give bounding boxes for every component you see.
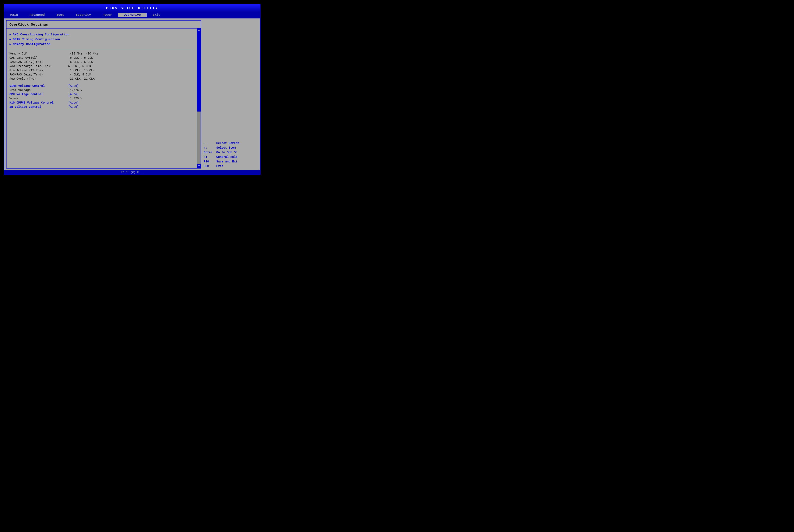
scroll-down-arrow[interactable]: ▼ (197, 164, 201, 168)
label-k10: K10 CPUNB Voltage Control (10, 101, 68, 104)
label-rasras: RAS/RAS Delay(Trrd) (10, 73, 68, 76)
menu-item-overdrive[interactable]: OverDrive (118, 13, 147, 17)
value-memclk: :400 MHz, 400 MHz (68, 52, 98, 55)
help-desc-5: Exit (216, 165, 223, 168)
help-desc-0: Select Screen (216, 141, 239, 145)
scroll-up-arrow[interactable]: ▲ (197, 28, 201, 32)
value-vcore: :1.320 V (68, 97, 82, 100)
info-row-minactive: Min Active RAS(Tras) :15 CLK, 15 CLK (10, 68, 194, 73)
help-row-4: F10 Save and Exi (204, 159, 257, 164)
label-dram: Dram Voltage (10, 89, 68, 92)
value-rowcycle: :21 CLK, 21 CLK (68, 77, 95, 80)
help-key-4: F10 (204, 160, 216, 163)
voltage-row-k10: K10 CPUNB Voltage Control [Auto] (10, 101, 194, 105)
submenu-dram[interactable]: ► DRAM Timing Configuration (10, 37, 194, 42)
label-minactive: Min Active RAS(Tras) (10, 69, 68, 72)
voltage-row-cpu: CPU Voltage Control [Auto] (10, 92, 194, 96)
label-vcore: Vcore (10, 97, 68, 100)
label-dimm: Dimm Voltage Control (10, 84, 68, 88)
help-row-0: ← Select Screen (204, 141, 257, 146)
value-dram: :1.576 V (68, 89, 82, 92)
help-row-2: Enter Go to Sub Sc (204, 150, 257, 155)
bottom-bar: 02.61 (C) C... (4, 170, 260, 175)
info-row-memclk: Memory CLK :400 MHz, 400 MHz (10, 52, 194, 56)
value-k10: [Auto] (68, 101, 79, 104)
scrollbar[interactable]: ▲ ▼ (197, 28, 201, 168)
arrow-icon-dram: ► (10, 38, 11, 41)
help-key-3: F1 (204, 155, 216, 159)
label-cas: CAS Latency(Tcl) (10, 56, 68, 59)
voltage-row-dimm: Dimm Voltage Control [Auto] (10, 84, 194, 88)
label-rascas: RAS/CAS Delay(Trcd) (10, 60, 68, 64)
panel-title: OverClock Settings (6, 21, 201, 28)
voltage-section: Dimm Voltage Control [Auto] Dram Voltage… (10, 84, 194, 109)
menu-item-power[interactable]: Power (97, 13, 118, 17)
voltage-row-dram: Dram Voltage :1.576 V (10, 88, 194, 92)
info-row-cas: CAS Latency(Tcl) :6 CLK , 6 CLK (10, 56, 194, 60)
help-row-5: ESC Exit (204, 164, 257, 169)
help-desc-4: Save and Exi (216, 160, 238, 163)
help-key-5: ESC (204, 165, 216, 168)
value-minactive: :15 CLK, 15 CLK (68, 69, 95, 72)
label-sb: SB Voltage Control (10, 105, 68, 109)
menu-item-advanced[interactable]: Advanced (24, 13, 51, 17)
info-row-rasras: RAS/RAS Delay(Trrd) :4 CLK, 4 CLK (10, 73, 194, 77)
arrow-icon-memory: ► (10, 43, 11, 46)
main-panel: OverClock Settings ► AMD Overclocking Co… (6, 20, 201, 169)
menu-bar: Main Advanced Boot Security Power OverDr… (4, 12, 260, 18)
scroll-track[interactable] (197, 32, 201, 164)
help-section: ← Select Screen ↑↓ Select Item Enter Go … (204, 141, 257, 169)
help-desc-3: General Help (216, 155, 238, 159)
scroll-thumb-gray (197, 112, 201, 164)
label-cpu: CPU Voltage Control (10, 93, 68, 96)
menu-item-boot[interactable]: Boot (51, 13, 70, 17)
title-bar: BIOS SETUP UTILITY (4, 4, 260, 12)
arrow-icon-amd: ► (10, 33, 11, 36)
bios-container: BIOS SETUP UTILITY Main Advanced Boot Se… (4, 4, 261, 175)
help-desc-2: Go to Sub Sc (216, 151, 238, 154)
value-sb: [Auto] (68, 105, 79, 109)
label-rowcycle: Row Cycle (Trc) (10, 77, 68, 80)
outer-frame: BIOS SETUP UTILITY Main Advanced Boot Se… (0, 0, 264, 177)
value-rascas: :6 CLK , 6 CLK (68, 60, 93, 64)
panel-content: ► AMD Overclocking Configuration ► DRAM … (6, 28, 201, 168)
help-row-3: F1 General Help (204, 155, 257, 159)
submenu-memory[interactable]: ► Memory Configuration (10, 42, 194, 47)
settings-list: ► AMD Overclocking Configuration ► DRAM … (6, 28, 197, 168)
value-rasras: :4 CLK, 4 CLK (68, 73, 91, 76)
voltage-row-vcore: Vcore :1.320 V (10, 96, 194, 101)
content-area: OverClock Settings ► AMD Overclocking Co… (4, 18, 260, 170)
bios-title: BIOS SETUP UTILITY (106, 6, 158, 10)
info-row-rowpre: Row Precharge Time(Trp): 6 CLK , 6 CLK (10, 64, 194, 68)
info-section: Memory CLK :400 MHz, 400 MHz CAS Latency… (10, 51, 194, 82)
bottom-text: 02.61 (C) C... (121, 171, 144, 174)
side-panel: ← Select Screen ↑↓ Select Item Enter Go … (201, 18, 260, 170)
help-key-1: ↑↓ (204, 146, 216, 149)
menu-item-security[interactable]: Security (70, 13, 97, 17)
value-cpu: [Auto] (68, 93, 79, 96)
help-row-1: ↑↓ Select Item (204, 146, 257, 150)
value-rowpre: 6 CLK , 6 CLK (68, 64, 91, 68)
scroll-thumb (197, 32, 201, 112)
divider-1 (10, 49, 194, 49)
submenu-amd[interactable]: ► AMD Overclocking Configuration (10, 32, 194, 37)
label-rowpre: Row Precharge Time(Trp): (10, 64, 68, 68)
help-key-2: Enter (204, 151, 216, 154)
value-dimm: [Auto] (68, 84, 79, 88)
voltage-row-sb: SB Voltage Control [Auto] (10, 105, 194, 109)
help-key-0: ← (204, 141, 216, 145)
label-memclk: Memory CLK (10, 52, 68, 55)
help-desc-1: Select Item (216, 146, 236, 149)
submenu-section: ► AMD Overclocking Configuration ► DRAM … (10, 32, 194, 47)
menu-item-main[interactable]: Main (4, 13, 24, 17)
info-row-rascas: RAS/CAS Delay(Trcd) :6 CLK , 6 CLK (10, 60, 194, 64)
info-row-rowcycle: Row Cycle (Trc) :21 CLK, 21 CLK (10, 77, 194, 81)
menu-item-exit[interactable]: Exit (147, 13, 166, 17)
value-cas: :6 CLK , 6 CLK (68, 56, 93, 59)
